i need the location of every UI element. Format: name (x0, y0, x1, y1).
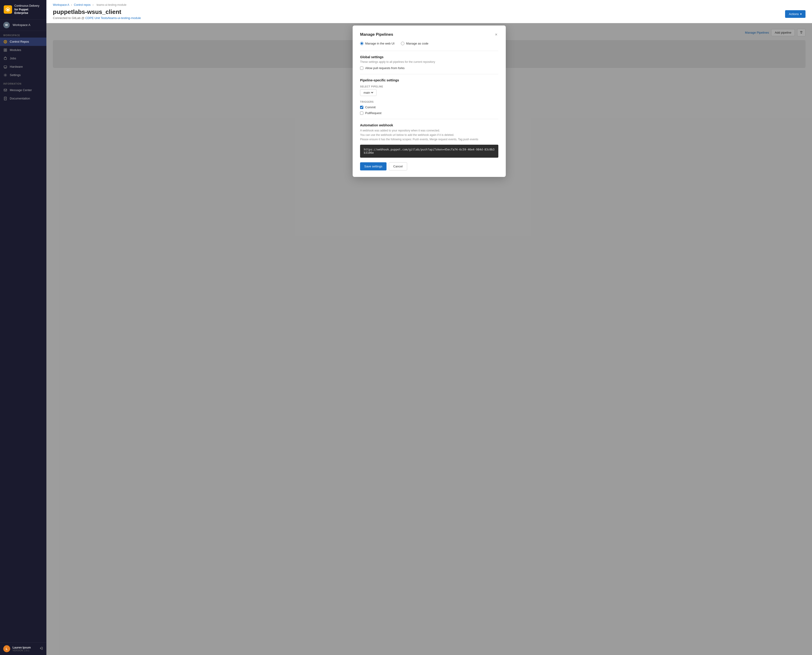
radio-web-ui[interactable]: Manage in the web UI (360, 42, 394, 45)
allow-pull-requests-input[interactable] (360, 66, 363, 70)
pull-request-trigger-label: PullRequest (365, 111, 381, 115)
workspace-section[interactable]: W Workspace A (0, 20, 46, 31)
page-subtitle: Connected to GitLab @ CDPE Unit Tests/te… (53, 16, 141, 20)
jobs-icon (3, 56, 8, 60)
sidebar-item-label-control-repos: Control Repos (10, 40, 29, 43)
webhook-desc: A webhook was added to your repository w… (360, 128, 498, 142)
user-info: Lauren Ipsum VERSION: 2.8.1 (12, 646, 37, 652)
logout-icon[interactable] (39, 646, 43, 651)
page-title: puppetlabs-wsus_client (53, 8, 141, 15)
sidebar-item-label-modules: Modules (10, 48, 21, 52)
sidebar-item-hardware[interactable]: Hardware (0, 63, 46, 71)
app-logo: Continuous Delivery for Puppet Enterpris… (0, 0, 46, 20)
commit-trigger-input[interactable] (360, 106, 363, 109)
user-name: Lauren Ipsum (12, 646, 37, 649)
actions-button[interactable]: Actions ▾ (785, 10, 806, 18)
workspace-name: Workspace A (12, 23, 30, 27)
svg-marker-1 (7, 9, 9, 11)
radio-web-ui-input[interactable] (360, 42, 364, 45)
commit-trigger-label: Commit (365, 106, 376, 109)
sidebar-item-documentation[interactable]: Documentation (0, 94, 46, 103)
modal-header: Manage Pipelines × (360, 32, 498, 37)
modal-footer: Save settings Cancel (360, 162, 498, 171)
pull-request-trigger-input[interactable] (360, 112, 363, 115)
svg-rect-6 (6, 50, 7, 51)
sidebar: Continuous Delivery for Puppet Enterpris… (0, 0, 46, 655)
sidebar-item-label-hardware: Hardware (10, 65, 23, 68)
gitlab-link[interactable]: CDPE Unit Tests/teams-ui-testing-module (85, 16, 141, 20)
main-area: Workspace A › Control repos › teams-ui-t… (46, 0, 812, 655)
sidebar-item-jobs[interactable]: Jobs (0, 54, 46, 63)
modal-backdrop[interactable]: Manage Pipelines × Manage in the web UI … (46, 23, 812, 655)
radio-as-code-label: Manage as code (406, 42, 428, 45)
modules-icon (3, 48, 8, 52)
svg-rect-10 (4, 89, 7, 91)
sidebar-item-message-center[interactable]: Message Center (0, 86, 46, 94)
svg-rect-8 (4, 66, 7, 68)
allow-pull-requests-label: Allow pull requests from forks (365, 66, 405, 70)
svg-rect-5 (4, 50, 5, 51)
message-center-icon (3, 88, 8, 92)
webhook-url-box: https://webhook.puppet.com/gitlab/push?a… (360, 145, 498, 158)
information-section-label: INFORMATION (0, 79, 46, 86)
workspace-badge: W (3, 22, 10, 28)
sidebar-item-label-jobs: Jobs (10, 57, 16, 60)
svg-rect-4 (6, 49, 7, 50)
sidebar-item-settings[interactable]: Settings (0, 71, 46, 79)
page-header: Workspace A › Control repos › teams-ui-t… (46, 0, 812, 23)
modal-title: Manage Pipelines (360, 32, 393, 37)
sidebar-item-label-settings: Settings (10, 73, 21, 77)
divider-3 (360, 119, 498, 119)
global-settings-desc: These settings apply to all pipelines fo… (360, 60, 498, 63)
control-repos-icon (3, 40, 8, 44)
workspace-section-label: WORKSPACE (0, 31, 46, 38)
app-title: Continuous Delivery for Puppet Enterpris… (14, 4, 43, 15)
user-version: VERSION: 2.8.1 (12, 649, 37, 652)
triggers-label: TRIGGERS (360, 101, 498, 103)
allow-pull-requests-checkbox[interactable]: Allow pull requests from forks (360, 66, 498, 70)
avatar: L (3, 645, 10, 652)
webhook-title: Automation webhook (360, 123, 498, 127)
pipeline-select-input[interactable]: main (363, 91, 374, 95)
manage-pipelines-modal: Manage Pipelines × Manage in the web UI … (353, 26, 506, 177)
main-content: Manage Pipelines Add pipeline Manage Pip… (46, 23, 812, 655)
cancel-button[interactable]: Cancel (389, 162, 407, 171)
svg-point-9 (5, 74, 6, 75)
select-pipeline-label: SELECT PIPELINE (360, 85, 498, 88)
modal-close-button[interactable]: × (494, 32, 498, 37)
chevron-down-icon: ▾ (800, 12, 802, 16)
user-section: L Lauren Ipsum VERSION: 2.8.1 (0, 642, 46, 655)
logo-icon (4, 5, 12, 14)
save-settings-button[interactable]: Save settings (360, 162, 387, 171)
breadcrumb: Workspace A › Control repos › teams-ui-t… (53, 3, 806, 6)
settings-icon (3, 73, 8, 77)
sidebar-item-modules[interactable]: Modules (0, 46, 46, 54)
commit-trigger-checkbox[interactable]: Commit (360, 106, 498, 109)
radio-web-ui-label: Manage in the web UI (365, 42, 394, 45)
sidebar-item-label-message-center: Message Center (10, 88, 32, 92)
radio-as-code-input[interactable] (401, 42, 404, 45)
divider-2 (360, 74, 498, 74)
radio-group: Manage in the web UI Manage as code (360, 42, 498, 45)
breadcrumb-workspace[interactable]: Workspace A (53, 3, 69, 6)
breadcrumb-current: teams-ui-testing-module (97, 3, 126, 6)
pull-request-trigger-checkbox[interactable]: PullRequest (360, 111, 498, 115)
breadcrumb-control-repos[interactable]: Control repos (74, 3, 91, 6)
pipeline-selector[interactable]: main (360, 89, 376, 96)
documentation-icon (3, 97, 8, 101)
sidebar-item-label-documentation: Documentation (10, 97, 30, 100)
pipeline-settings-title: Pipeline-specific settings (360, 78, 498, 82)
radio-as-code[interactable]: Manage as code (401, 42, 428, 45)
hardware-icon (3, 65, 8, 69)
svg-rect-7 (4, 57, 6, 60)
svg-rect-3 (4, 49, 5, 50)
sidebar-item-control-repos[interactable]: Control Repos (0, 38, 46, 46)
global-settings-title: Global settings (360, 55, 498, 59)
